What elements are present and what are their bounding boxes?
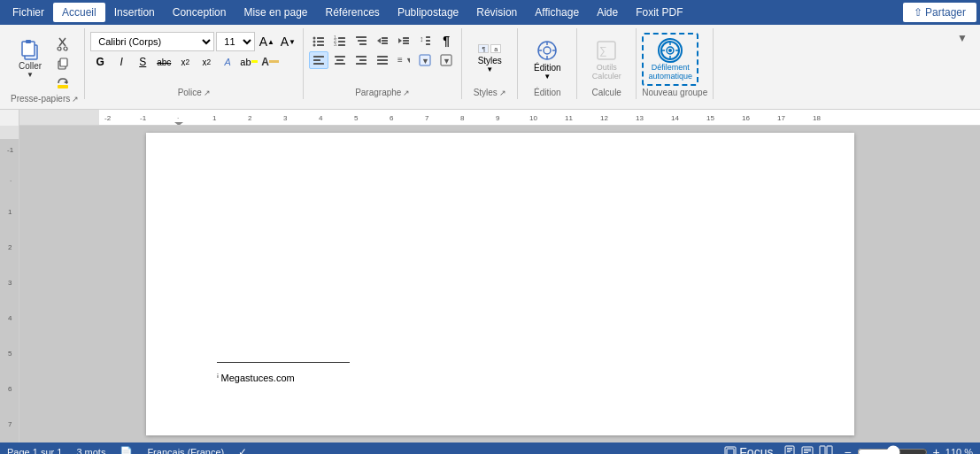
menu-insertion[interactable]: Insertion	[105, 3, 164, 22]
ribbon-group-styles: ¶ a Styles ▼ Styles ↗	[462, 28, 518, 99]
svg-rect-112	[804, 452, 808, 453]
svg-rect-31	[403, 37, 409, 39]
svg-rect-12	[317, 37, 324, 39]
print-view-button[interactable]	[782, 445, 798, 455]
coller-button[interactable]: Coller ▼	[11, 32, 50, 83]
menu-references[interactable]: Références	[317, 3, 389, 22]
zoom-out-button[interactable]: −	[842, 445, 853, 454]
svg-rect-18	[338, 37, 345, 39]
svg-text:▼: ▼	[443, 57, 451, 65]
svg-text:3.: 3.	[334, 42, 337, 47]
align-justify-button[interactable]	[373, 51, 392, 69]
menu-aide[interactable]: Aide	[588, 3, 627, 22]
list-multilevel-button[interactable]	[351, 32, 371, 50]
defilement-automatique-button[interactable]: Défilement automatique	[642, 33, 698, 86]
page-content: ⁱ Megastuces.com	[217, 168, 783, 416]
styles-expand[interactable]: ↗	[499, 88, 506, 97]
svg-rect-1	[22, 42, 35, 56]
svg-rect-48	[377, 59, 388, 61]
indent-decrease-button[interactable]	[373, 32, 392, 50]
increase-font-button[interactable]: A▲	[257, 33, 276, 50]
status-right: Focus	[722, 445, 973, 455]
font-family-select[interactable]: Calibri (Corps)	[90, 32, 214, 51]
styles-button[interactable]: ¶ a Styles ▼	[467, 33, 512, 86]
focus-button[interactable]: Focus	[722, 445, 775, 454]
menu-publipostage[interactable]: Publipostage	[389, 3, 467, 22]
ribbon-scroll-down[interactable]: ▼	[953, 28, 971, 48]
svg-rect-10	[58, 85, 68, 88]
paragraphe-expand[interactable]: ↗	[403, 88, 410, 97]
sort-button[interactable]: ↕	[415, 32, 435, 50]
language-icon: 📄	[120, 446, 133, 454]
list-bullets-button[interactable]	[309, 32, 328, 50]
reproduire-button[interactable]	[53, 74, 73, 92]
zoom-in-button[interactable]: +	[931, 445, 942, 454]
show-formatting-button[interactable]: ¶	[436, 32, 456, 50]
svg-rect-8	[60, 58, 67, 66]
subscript-button[interactable]: x2	[175, 53, 195, 71]
svg-rect-107	[787, 450, 792, 450]
web-view-button[interactable]	[799, 445, 815, 455]
zoom-slider[interactable]	[857, 445, 928, 454]
view-mode-buttons	[782, 445, 835, 455]
menu-bar: Fichier Accueil Insertion Conception Mis…	[0, 0, 980, 25]
partager-button[interactable]: ⇧ Partager	[903, 3, 976, 22]
highlight-button[interactable]: ab	[239, 53, 259, 71]
svg-text:8: 8	[460, 114, 465, 122]
svg-point-13	[313, 41, 316, 43]
svg-point-66	[668, 49, 672, 52]
svg-rect-43	[335, 63, 345, 65]
font-color-button[interactable]: A	[260, 53, 280, 71]
svg-text:7: 7	[8, 420, 12, 428]
strikethrough-button[interactable]: abc	[154, 53, 174, 71]
menu-affichage[interactable]: Affichage	[526, 3, 588, 22]
ribbon-group-edition: Édition ▼ Édition	[518, 28, 577, 99]
svg-text:15: 15	[706, 114, 714, 122]
font-size-select[interactable]: 11	[216, 32, 255, 51]
superscript-button[interactable]: x2	[197, 53, 216, 71]
menu-conception[interactable]: Conception	[164, 3, 235, 22]
decrease-font-button[interactable]: A▼	[278, 33, 297, 50]
edition-button[interactable]: Édition ▼	[523, 33, 571, 86]
couper-button[interactable]	[53, 35, 73, 53]
text-effects-button[interactable]: A	[218, 53, 237, 71]
align-center-button[interactable]	[330, 51, 350, 69]
police-expand[interactable]: ↗	[204, 88, 211, 97]
svg-text:18: 18	[813, 114, 821, 122]
underline-button[interactable]: S	[133, 53, 152, 71]
align-left-active-button[interactable]	[309, 51, 328, 69]
svg-marker-30	[398, 38, 402, 43]
menu-foxit[interactable]: Foxit PDF	[627, 3, 691, 22]
bold-button[interactable]: G	[90, 53, 110, 71]
line-spacing-button[interactable]: ≡ ▼	[394, 51, 413, 69]
document-scroll[interactable]: ⁱ Megastuces.com	[19, 126, 980, 442]
page-indicator: Page 1 sur 1	[7, 447, 62, 454]
calcule-button: ∑ Outils Calculer	[583, 33, 630, 86]
police-label: Police ↗	[90, 86, 297, 99]
ruler-vertical: -1 · 1 2 3 4 5 6 7	[0, 126, 19, 442]
italic-button[interactable]: I	[112, 53, 131, 71]
list-numbers-button[interactable]: 1. 2. 3.	[330, 32, 350, 50]
indent-increase-button[interactable]	[394, 32, 413, 50]
menu-accueil[interactable]: Accueil	[53, 3, 105, 22]
svg-text:10: 10	[529, 114, 537, 122]
copier-button[interactable]	[53, 55, 73, 73]
svg-rect-49	[377, 63, 388, 65]
svg-text:2: 2	[8, 243, 12, 251]
shading-button[interactable]: ▼	[415, 51, 435, 69]
svg-rect-46	[356, 63, 367, 65]
borders-button[interactable]: ▼	[436, 51, 456, 69]
footnote-separator	[217, 362, 350, 363]
read-view-button[interactable]	[817, 445, 835, 455]
menu-revision[interactable]: Révision	[467, 3, 526, 22]
menu-mise-en-page[interactable]: Mise en page	[235, 3, 316, 22]
presse-papiers-expand[interactable]: ↗	[72, 95, 79, 104]
svg-text:4: 4	[8, 314, 12, 322]
svg-text:3: 3	[283, 114, 288, 122]
align-right-button[interactable]	[351, 51, 371, 69]
svg-text:16: 16	[742, 114, 750, 122]
menu-fichier[interactable]: Fichier	[4, 3, 53, 22]
svg-rect-108	[787, 451, 791, 452]
status-left: Page 1 sur 1 3 mots 📄 Français (France) …	[7, 446, 247, 454]
svg-text:-2: -2	[104, 114, 112, 122]
